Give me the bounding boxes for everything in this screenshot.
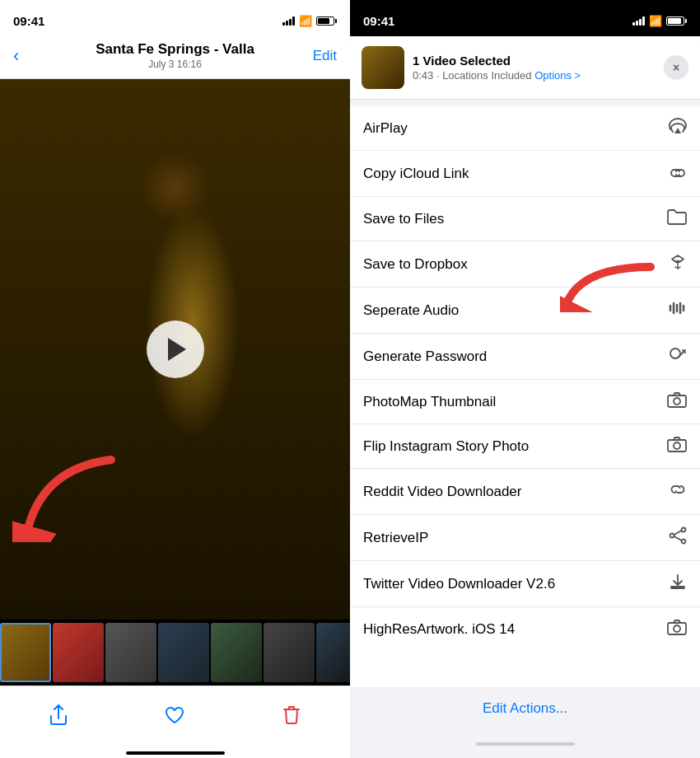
options-link[interactable]: Options > bbox=[534, 69, 581, 82]
video-area[interactable] bbox=[0, 79, 350, 620]
thumb-4[interactable] bbox=[211, 623, 262, 682]
home-indicator-left bbox=[0, 751, 350, 758]
menu-item-instagram-flip[interactable]: Flip Instagram Story Photo bbox=[350, 424, 700, 469]
delete-button[interactable] bbox=[273, 697, 310, 733]
back-button[interactable]: ‹ bbox=[13, 45, 46, 67]
menu-item-photomap[interactable]: PhotoMap Thumbnail bbox=[350, 380, 700, 424]
menu-list: AirPlay Copy iCloud Link bbox=[350, 106, 700, 687]
svg-point-7 bbox=[674, 442, 680, 449]
thumbnails-bar bbox=[0, 620, 350, 685]
status-bar-left: 09:41 📶 bbox=[0, 0, 350, 36]
share-info: 1 Video Selected 0:43 · Locations Includ… bbox=[413, 54, 664, 82]
right-panel: 09:41 📶 1 Video Selected 0:43 · Location… bbox=[350, 0, 700, 758]
thumb-6[interactable] bbox=[316, 623, 350, 682]
camera-icon-2 bbox=[667, 436, 687, 456]
folder-icon bbox=[667, 208, 687, 229]
svg-point-9 bbox=[670, 534, 674, 538]
edit-actions[interactable]: Edit Actions... bbox=[350, 687, 700, 730]
svg-point-12 bbox=[674, 625, 680, 632]
menu-item-retrieve-ip[interactable]: RetrieveIP bbox=[350, 515, 700, 561]
menu-label-reddit: Reddit Video Downloader bbox=[363, 484, 521, 500]
menu-label-dropbox: Save to Dropbox bbox=[363, 256, 468, 273]
bottom-toolbar bbox=[0, 685, 350, 751]
menu-item-icloud-link[interactable]: Copy iCloud Link bbox=[350, 151, 700, 197]
share-close-button[interactable]: × bbox=[664, 55, 688, 80]
favorite-button[interactable] bbox=[156, 697, 193, 733]
nav-title: Santa Fe Springs - Valla July 3 16:16 bbox=[46, 41, 304, 70]
menu-item-twitter[interactable]: Twitter Video Downloader V2.6 bbox=[350, 561, 700, 607]
edit-button[interactable]: Edit bbox=[304, 48, 337, 64]
edit-actions-label[interactable]: Edit Actions... bbox=[483, 700, 567, 717]
thumb-3[interactable] bbox=[158, 623, 209, 682]
battery-icon-right bbox=[666, 16, 687, 26]
video-date: July 3 16:16 bbox=[46, 58, 304, 70]
download-icon bbox=[669, 573, 687, 595]
share-title: 1 Video Selected bbox=[413, 54, 664, 68]
menu-label-save-files: Save to Files bbox=[363, 211, 444, 227]
thumb-1[interactable] bbox=[53, 623, 104, 682]
play-button[interactable] bbox=[147, 321, 204, 378]
play-icon bbox=[168, 338, 186, 361]
thumb-2[interactable] bbox=[105, 623, 156, 682]
menu-label-retrieve-ip: RetrieveIP bbox=[363, 530, 428, 546]
menu-item-password[interactable]: Generate Password bbox=[350, 334, 700, 380]
share-subtitle: 0:43 · Locations Included Options > bbox=[413, 69, 664, 82]
status-bar-right: 09:41 📶 bbox=[350, 0, 700, 36]
link-icon-2 bbox=[669, 480, 687, 503]
share-thumbnail bbox=[362, 46, 404, 89]
battery-icon bbox=[316, 16, 337, 26]
thumb-0[interactable] bbox=[0, 623, 51, 682]
menu-label-highres: HighResArtwork. iOS 14 bbox=[363, 621, 515, 638]
status-icons-right: 📶 bbox=[632, 15, 687, 27]
dropbox-icon bbox=[669, 253, 687, 275]
menu-label-twitter: Twitter Video Downloader V2.6 bbox=[363, 576, 555, 592]
menu-label-icloud-link: Copy iCloud Link bbox=[363, 166, 469, 182]
time-left: 09:41 bbox=[13, 14, 44, 28]
signal-icon-right bbox=[632, 16, 645, 26]
menu-label-audio: Seperate Audio bbox=[363, 302, 459, 319]
svg-rect-6 bbox=[668, 440, 686, 452]
menu-item-dropbox[interactable]: Save to Dropbox bbox=[350, 241, 700, 288]
menu-item-save-files[interactable]: Save to Files bbox=[350, 197, 700, 241]
home-bar bbox=[126, 751, 225, 755]
share-button[interactable] bbox=[40, 697, 77, 733]
svg-point-10 bbox=[682, 540, 686, 544]
video-title: Santa Fe Springs - Valla bbox=[46, 41, 304, 58]
menu-label-instagram-flip: Flip Instagram Story Photo bbox=[363, 438, 529, 455]
wifi-icon: 📶 bbox=[299, 15, 312, 27]
menu-label-airplay: AirPlay bbox=[363, 120, 408, 137]
share-icon-2 bbox=[669, 526, 687, 549]
camera-icon-3 bbox=[667, 619, 687, 639]
status-icons-left: 📶 bbox=[282, 15, 337, 27]
menu-item-highres[interactable]: HighResArtwork. iOS 14 bbox=[350, 607, 700, 651]
signal-icon bbox=[282, 16, 295, 26]
menu-item-audio[interactable]: Seperate Audio bbox=[350, 288, 700, 334]
airplay-icon bbox=[669, 118, 687, 138]
audio-icon bbox=[667, 299, 687, 321]
menu-label-photomap: PhotoMap Thumbnail bbox=[363, 394, 496, 410]
key-icon bbox=[669, 345, 687, 367]
share-header: 1 Video Selected 0:43 · Locations Includ… bbox=[350, 36, 700, 100]
svg-marker-1 bbox=[674, 128, 681, 133]
left-panel: 09:41 📶 ‹ Santa Fe Springs - Valla July … bbox=[0, 0, 350, 758]
wifi-icon-right: 📶 bbox=[649, 15, 662, 27]
home-indicator-right bbox=[350, 730, 700, 758]
menu-label-password: Generate Password bbox=[363, 349, 487, 365]
time-right: 09:41 bbox=[363, 14, 394, 28]
menu-item-reddit[interactable]: Reddit Video Downloader bbox=[350, 469, 700, 515]
nav-bar: ‹ Santa Fe Springs - Valla July 3 16:16 … bbox=[0, 36, 350, 79]
menu-item-airplay[interactable]: AirPlay bbox=[350, 106, 700, 151]
home-bar-right bbox=[476, 742, 575, 746]
svg-point-8 bbox=[682, 528, 686, 532]
svg-point-5 bbox=[674, 398, 680, 405]
camera-icon-1 bbox=[667, 391, 687, 412]
thumb-5[interactable] bbox=[264, 623, 315, 682]
share-sheet: 1 Video Selected 0:43 · Locations Includ… bbox=[350, 36, 700, 758]
svg-rect-11 bbox=[668, 623, 686, 634]
icloud-link-icon bbox=[669, 162, 687, 185]
